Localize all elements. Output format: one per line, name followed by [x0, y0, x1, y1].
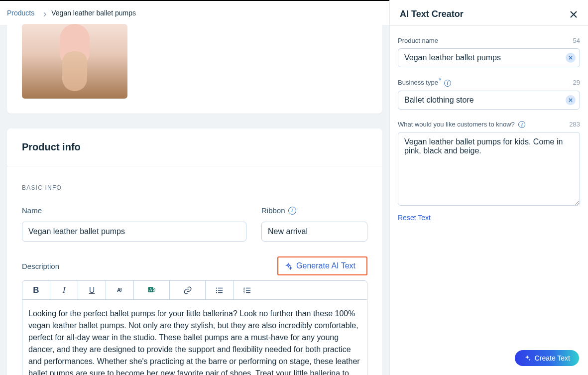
know-textarea[interactable]: Vegan leather ballet pumps for kids. Com…: [398, 132, 580, 206]
product-name-label: Product name: [398, 37, 438, 44]
info-icon[interactable]: [444, 80, 451, 87]
svg-point-5: [216, 289, 217, 290]
generate-ai-text-button[interactable]: Generate AI Text: [277, 256, 367, 275]
svg-rect-10: [246, 287, 250, 288]
name-input[interactable]: [22, 222, 246, 242]
svg-rect-6: [218, 290, 223, 291]
bold-button[interactable]: B: [22, 281, 50, 299]
text-color-button[interactable]: A: [106, 281, 134, 299]
know-label: What would you like customers to know?: [398, 121, 525, 128]
product-name-input[interactable]: Vegan leather ballet pumps: [398, 48, 580, 67]
ribbon-label: Ribbon: [261, 206, 367, 215]
business-type-label: Business type*: [398, 78, 451, 87]
clear-business-type-icon[interactable]: [566, 95, 576, 105]
product-image-card: [7, 24, 382, 114]
description-body[interactable]: Looking for the perfect ballet pumps for…: [22, 300, 367, 375]
svg-point-3: [216, 287, 217, 288]
breadcrumb-current: Vegan leather ballet pumps: [51, 9, 136, 17]
underline-button[interactable]: U: [78, 281, 106, 299]
know-count: 283: [569, 121, 580, 128]
bullet-list-button[interactable]: [206, 281, 234, 299]
name-field: Name: [22, 206, 246, 242]
svg-point-7: [216, 292, 217, 293]
info-icon[interactable]: [518, 121, 525, 128]
clear-product-name-icon[interactable]: [566, 53, 576, 63]
sparkle-icon: [524, 355, 531, 362]
ai-text-creator-panel: AI Text Creator Product name 54 Vegan le…: [389, 0, 588, 375]
description-editor: B I U A A 123 Looking for the: [22, 280, 367, 375]
product-info-card: Product info BASIC INFO Name Ribbon Desc…: [7, 128, 382, 375]
svg-text:3: 3: [243, 291, 245, 294]
svg-rect-12: [246, 290, 250, 291]
chevron-right-icon: [43, 10, 46, 15]
name-label: Name: [22, 206, 246, 215]
product-info-title: Product info: [7, 128, 382, 166]
svg-text:A: A: [149, 287, 152, 292]
close-icon[interactable]: [569, 10, 578, 19]
breadcrumb-root[interactable]: Products: [7, 9, 34, 17]
panel-title: AI Text Creator: [400, 9, 464, 19]
info-icon[interactable]: [288, 207, 296, 215]
business-type-input[interactable]: Ballet clothing store: [398, 91, 580, 110]
svg-rect-14: [246, 292, 250, 293]
italic-button[interactable]: I: [50, 281, 78, 299]
sparkle-icon: [284, 262, 291, 269]
ribbon-input[interactable]: [261, 222, 367, 242]
numbered-list-button[interactable]: 123: [234, 281, 261, 299]
editor-toolbar: B I U A A 123: [22, 281, 367, 300]
product-image[interactable]: [22, 24, 127, 99]
ribbon-field: Ribbon: [261, 206, 367, 242]
svg-rect-8: [218, 292, 223, 293]
product-name-count: 54: [573, 37, 580, 44]
business-type-count: 29: [573, 79, 580, 86]
svg-rect-4: [218, 287, 223, 288]
reset-text-link[interactable]: Reset Text: [398, 214, 431, 222]
basic-info-label: BASIC INFO: [7, 166, 382, 191]
link-button[interactable]: [170, 281, 206, 299]
highlight-button[interactable]: A: [134, 281, 170, 299]
description-label: Description: [22, 262, 59, 270]
breadcrumb: Products Vegan leather ballet pumps: [0, 0, 389, 25]
create-text-button[interactable]: Create Text: [515, 350, 579, 366]
